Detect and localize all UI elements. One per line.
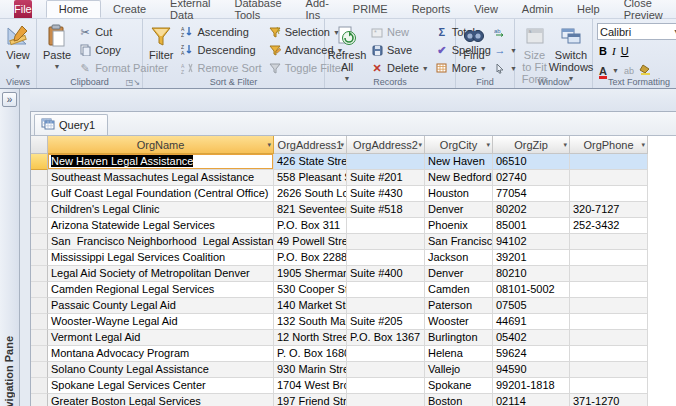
cell-orgphone[interactable]: 320-7127 — [570, 202, 648, 218]
column-dropdown-arrow-icon[interactable]: ▾ — [418, 141, 422, 149]
font-color-button[interactable]: A — [599, 65, 607, 77]
column-header-orgphone[interactable]: OrgPhone▾ — [570, 136, 648, 154]
cell-orgaddress1[interactable]: 530 Cooper Stre — [274, 282, 347, 298]
row-selector[interactable] — [31, 250, 48, 266]
cell-orgphone[interactable] — [570, 186, 648, 202]
cell-orgphone[interactable] — [570, 170, 648, 186]
cell-orgname[interactable]: Arizona Statewide Legal Services — [48, 218, 274, 234]
find-button[interactable]: Find — [458, 21, 490, 61]
tab-view[interactable]: View — [462, 0, 510, 18]
row-selector[interactable] — [31, 202, 48, 218]
cell-orgzip[interactable]: 02114 — [493, 394, 570, 406]
tab-database-tools[interactable]: Database Tools — [222, 0, 293, 18]
cell-orgzip[interactable]: 59624 — [493, 346, 570, 362]
cell-orgname[interactable]: Montana Advocacy Program — [48, 346, 274, 362]
tab-close-preview[interactable]: Close Preview — [612, 0, 675, 18]
delete-record-button[interactable]: ✕Delete▼ — [367, 59, 432, 77]
column-dropdown-arrow-icon[interactable]: ▾ — [486, 141, 490, 149]
tab-prime[interactable]: PRIME — [341, 0, 400, 18]
cell-orgcity[interactable]: New Bedford — [425, 170, 493, 186]
cell-orgname[interactable]: New Haven Legal Assistance — [48, 154, 274, 170]
cell-orgaddress1[interactable]: P. O. Box 1680 — [274, 346, 347, 362]
cell-orgaddress2[interactable]: Suite #201 — [347, 170, 425, 186]
cell-orgzip[interactable]: 07505 — [493, 298, 570, 314]
cell-orgcity[interactable]: Phoenix — [425, 218, 493, 234]
row-selector[interactable] — [31, 362, 48, 378]
row-selector[interactable] — [31, 298, 48, 314]
cell-orgcity[interactable]: Vallejo — [425, 362, 493, 378]
cell-orgaddress1[interactable]: 930 Marin Stree — [274, 362, 347, 378]
cell-orgaddress2[interactable]: Suite #205 — [347, 314, 425, 330]
row-selector[interactable] — [31, 266, 48, 282]
view-button[interactable]: View ▼ — [2, 21, 34, 73]
tab-add-ins[interactable]: Add-Ins — [294, 0, 341, 18]
column-header-orgcity[interactable]: OrgCity▾ — [425, 136, 493, 154]
cell-orgaddress2[interactable]: P.O. Box 1367 — [347, 330, 425, 346]
tab-admin[interactable]: Admin — [510, 0, 565, 18]
cell-orgzip[interactable]: 85001 — [493, 218, 570, 234]
column-header-orgzip[interactable]: OrgZip▾ — [493, 136, 570, 154]
bold-button[interactable]: B — [599, 45, 607, 57]
navigation-pane-collapsed[interactable]: » Navigation Pane — [0, 89, 20, 406]
ascending-button[interactable]: AZAscending — [177, 23, 264, 41]
tab-help[interactable]: Help — [565, 0, 612, 18]
tab-home[interactable]: Home — [46, 0, 101, 18]
column-dropdown-arrow-icon[interactable]: ▾ — [267, 141, 271, 149]
cell-orgaddress1[interactable]: 558 Pleasant Str — [274, 170, 347, 186]
tab-create[interactable]: Create — [101, 0, 158, 18]
cell-orgname[interactable]: Vermont Legal Aid — [48, 330, 274, 346]
cell-orgaddress2[interactable] — [347, 394, 425, 406]
column-dropdown-arrow-icon[interactable]: ▾ — [563, 141, 567, 149]
cell-orgname[interactable]: Solano County Legal Assistance — [48, 362, 274, 378]
cell-orgname[interactable]: Southeast Massachutes Legal Assistance — [48, 170, 274, 186]
cell-orgzip[interactable]: 94102 — [493, 234, 570, 250]
font-name-select[interactable]: Calibri ▼ — [597, 23, 676, 40]
select-all-corner[interactable] — [31, 136, 48, 154]
cell-orgname[interactable]: Spokane Legal Services Center — [48, 378, 274, 394]
cell-orgaddress1[interactable]: 197 Friend Stree — [274, 394, 347, 406]
new-record-button[interactable]: *New — [367, 23, 432, 41]
cell-orgcity[interactable]: Jackson — [425, 250, 493, 266]
column-header-orgname[interactable]: OrgName▾ — [48, 136, 274, 154]
cell-orgaddress1[interactable]: 1905 Sherman St — [274, 266, 347, 282]
tab-reports[interactable]: Reports — [400, 0, 463, 18]
file-tab[interactable]: File — [14, 0, 32, 18]
cell-orgaddress2[interactable] — [347, 298, 425, 314]
column-header-orgaddress1[interactable]: OrgAddress1▾ — [274, 136, 347, 154]
cell-orgaddress2[interactable] — [347, 282, 425, 298]
cell-orgaddress2[interactable] — [347, 362, 425, 378]
filter-button[interactable]: Filter — [145, 21, 177, 61]
cell-orgzip[interactable]: 39201 — [493, 250, 570, 266]
row-selector[interactable] — [31, 394, 48, 406]
cell-orgphone[interactable] — [570, 282, 648, 298]
cell-orgcity[interactable]: Denver — [425, 202, 493, 218]
cell-orgcity[interactable]: Denver — [425, 266, 493, 282]
cell-orgcity[interactable]: Boston — [425, 394, 493, 406]
cell-orgzip[interactable]: 44691 — [493, 314, 570, 330]
cell-orgname[interactable]: Wooster-Wayne Legal Aid — [48, 314, 274, 330]
clipboard-dialog-launcher-icon[interactable]: ◳↘ — [126, 79, 140, 87]
remove-sort-button[interactable]: AZRemove Sort — [177, 59, 264, 77]
save-record-button[interactable]: Save — [367, 41, 432, 59]
highlight-button[interactable]: ab — [624, 66, 634, 76]
cell-orgaddress1[interactable]: P.O. Box 22887 — [274, 250, 347, 266]
cell-orgphone[interactable] — [570, 154, 648, 170]
cell-orgaddress2[interactable] — [347, 250, 425, 266]
cell-orgcity[interactable]: Wooster — [425, 314, 493, 330]
column-dropdown-arrow-icon[interactable]: ▾ — [641, 141, 645, 149]
cell-orgzip[interactable]: 99201-1818 — [493, 378, 570, 394]
cell-orgphone[interactable] — [570, 378, 648, 394]
cell-orgzip[interactable]: 02740 — [493, 170, 570, 186]
cell-orgzip[interactable]: 05402 — [493, 330, 570, 346]
cell-orgphone[interactable] — [570, 250, 648, 266]
cell-orgaddress2[interactable] — [347, 234, 425, 250]
cell-orgaddress2[interactable] — [347, 378, 425, 394]
cell-orgaddress1[interactable]: 140 Market Stre — [274, 298, 347, 314]
italic-button[interactable]: I — [612, 45, 616, 57]
cell-orgphone[interactable] — [570, 298, 648, 314]
size-to-fit-form-button[interactable]: S Size to Fit Form — [517, 21, 552, 85]
cell-orgaddress1[interactable]: 49 Powell Street — [274, 234, 347, 250]
cell-orgphone[interactable] — [570, 362, 648, 378]
cell-orgzip[interactable]: 06510 — [493, 154, 570, 170]
cell-orgphone[interactable] — [570, 346, 648, 362]
